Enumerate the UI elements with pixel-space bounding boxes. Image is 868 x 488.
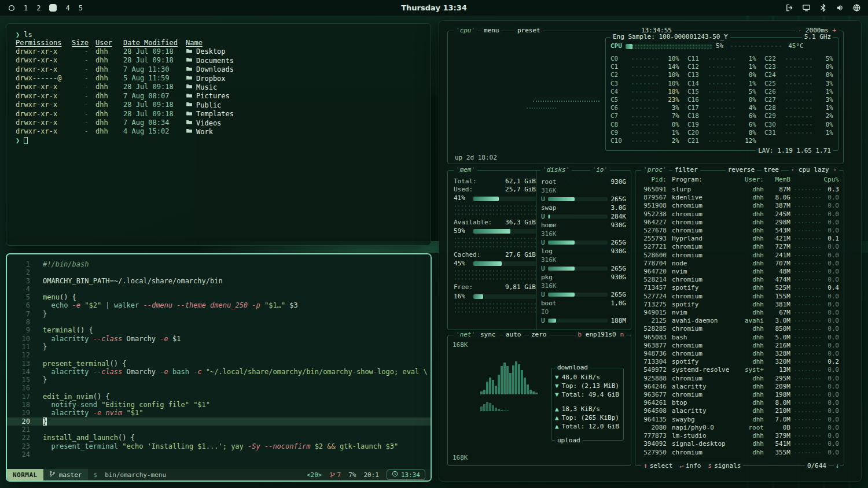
process-row[interactable]: 527950chromiumdhh355M0.0 — [635, 449, 844, 457]
process-row[interactable]: 2080napi/phy0-0root0B0.0 — [635, 424, 844, 432]
process-row[interactable]: 527724chromiumdhh155M0.0 — [635, 293, 844, 301]
editor-line[interactable]: 20} — [7, 417, 431, 426]
ls-name[interactable]: Dropbox — [186, 74, 422, 83]
process-row[interactable]: 965091slurpdhh87M0.3 — [635, 186, 844, 194]
net-auto-toggle[interactable]: auto — [503, 331, 524, 339]
ls-name[interactable]: Videos — [186, 119, 422, 127]
editor-line[interactable]: 8 — [7, 318, 431, 326]
editor-line[interactable]: 10 alacritty --class Omarchy -e $1 — [7, 335, 431, 343]
btop-preset-button[interactable]: preset — [515, 27, 543, 35]
editor-window[interactable]: 1#!/bin/bash23OMARCHY_BIN_PATH=~/.local/… — [6, 253, 432, 482]
ls-name[interactable]: Templates — [186, 110, 422, 119]
proc-reverse-toggle[interactable]: reverse — [726, 166, 757, 174]
editor-line[interactable]: 11} — [7, 343, 431, 351]
ls-name[interactable]: Public — [186, 101, 422, 109]
logout-icon[interactable] — [785, 3, 794, 12]
net-zero-toggle[interactable]: zero — [529, 331, 549, 339]
volume-icon[interactable] — [836, 3, 844, 12]
process-row[interactable]: 778704nodedhh707M0.0 — [635, 260, 844, 268]
process-row[interactable]: 925888chromiumdhh295M0.0 — [635, 375, 844, 383]
bluetooth-icon[interactable] — [819, 3, 827, 12]
editor-line[interactable]: 9terminal() { — [7, 326, 431, 334]
ls-name[interactable]: Work — [186, 127, 422, 136]
process-row[interactable]: 527678chromiumdhh543M0.0 — [635, 227, 844, 235]
editor-line[interactable]: 2 — [7, 268, 431, 276]
editor-line[interactable]: 13present_terminal() { — [7, 360, 431, 368]
ls-name[interactable]: Documents — [186, 56, 422, 65]
process-row[interactable]: 255793Hyprlanddhh421M0.1 — [635, 235, 844, 243]
process-row[interactable]: 394092signal-desktopdhh541M0.0 — [635, 440, 844, 448]
proc-filter-button[interactable]: filter — [672, 166, 700, 174]
workspace-indicator-2[interactable]: 2 — [36, 4, 41, 12]
editor-line[interactable]: 16 — [7, 384, 431, 392]
process-row[interactable]: 949015nvimdhh67M0.0 — [635, 309, 844, 317]
scroll-down-icon[interactable]: ↓ — [834, 462, 840, 470]
process-row[interactable]: 528214chromiumdhh474M0.0 — [635, 276, 844, 284]
ls-name[interactable]: Music — [186, 83, 422, 91]
editor-line[interactable]: 4 — [7, 285, 431, 293]
net-sync-toggle[interactable]: sync — [478, 331, 498, 339]
workspace-indicator-active[interactable] — [49, 4, 57, 12]
editor-line[interactable]: 6 echo -e "$2" | walker --dmenu --theme … — [7, 301, 431, 309]
io-box-title[interactable]: io — [590, 166, 610, 174]
process-row[interactable]: 713275spotifydhh381M0.0 — [635, 301, 844, 309]
editor-buffer[interactable]: 1#!/bin/bash23OMARCHY_BIN_PATH=~/.local/… — [7, 254, 431, 469]
process-row[interactable]: 964246alacrittydhh209M0.0 — [635, 383, 844, 391]
editor-line[interactable]: 23 present_terminal "echo 'Installing $1… — [7, 442, 431, 450]
workspace-indicator-1[interactable]: 1 — [24, 4, 28, 12]
proc-footer-signals[interactable]: ssignals — [708, 462, 741, 470]
process-row[interactable]: 964227chromiumdhh298M0.0 — [635, 219, 844, 227]
process-row[interactable]: 713457spotifydhh525M0.4 — [635, 284, 844, 292]
disk-name: home — [541, 221, 557, 230]
editor-line[interactable]: 5menu() { — [7, 293, 431, 301]
process-row[interactable]: 879567kdenlivedhh8.0G0.0 — [635, 194, 844, 202]
process-row[interactable]: 964261btopdhh8.0M0.0 — [635, 399, 844, 407]
editor-line[interactable]: 19 alacritty -e nvim "$1" — [7, 409, 431, 417]
globe-icon[interactable] — [852, 3, 861, 12]
editor-line[interactable]: 21 — [7, 426, 431, 434]
process-row[interactable]: 948736chromiumdhh328M0.0 — [635, 350, 844, 358]
process-row[interactable]: 964508alacrittydhh210M0.0 — [635, 407, 844, 415]
process-row[interactable]: 965083bashdhh5.0M0.0 — [635, 334, 844, 342]
process-row[interactable]: 527721chromiumdhh727M0.0 — [635, 243, 844, 251]
process-row[interactable]: 713304spotifydhh320M0.2 — [635, 358, 844, 366]
process-row[interactable]: 964135swaybgdhh7.0M0.0 — [635, 416, 844, 424]
core-id: C25 — [764, 80, 782, 88]
net-interface-switcher[interactable]: b enp191s0 n — [576, 331, 626, 339]
process-row[interactable]: 2125avahi-daemonavahi3.0M0.0 — [635, 317, 844, 325]
editor-line[interactable]: 22install_and_launch() { — [7, 434, 431, 442]
editor-line[interactable]: 24 — [7, 450, 431, 459]
process-row[interactable]: 777873lm-studiodhh379M0.0 — [635, 432, 844, 440]
process-row[interactable]: 963677chromiumdhh198M0.0 — [635, 391, 844, 399]
btop-menu-button[interactable]: menu — [481, 27, 502, 35]
process-row[interactable]: 952238chromiumdhh245M0.0 — [635, 210, 844, 219]
editor-line[interactable]: 7} — [7, 310, 431, 318]
ls-name[interactable]: Downloads — [186, 65, 422, 74]
proc-footer-info[interactable]: ↵info — [679, 462, 701, 470]
editor-line[interactable]: 1#!/bin/bash — [7, 260, 431, 268]
git-branch-segment[interactable]: master — [43, 469, 88, 480]
editor-line[interactable]: 12 — [7, 351, 431, 359]
process-row[interactable]: 951908chromiumdhh387M0.0 — [635, 202, 844, 210]
proc-sort-selector[interactable]: cpu lazy — [789, 166, 839, 174]
terminal-window-ls[interactable]: ❯ls PermissionsSizeUserDate ModifiedName… — [6, 23, 431, 246]
process-row[interactable]: 964720nvimdhh48M0.0 — [635, 268, 844, 276]
process-row[interactable]: 528285chromiumdhh850M0.0 — [635, 325, 844, 333]
editor-line[interactable]: 17edit_in_nvim() { — [7, 393, 431, 401]
process-row[interactable]: 528600chromiumdhh241M0.0 — [635, 252, 844, 260]
ls-name[interactable]: Desktop — [186, 47, 422, 56]
workspace-indicator-4[interactable]: 4 — [65, 4, 69, 12]
editor-line[interactable]: 18 notify-send "Editing config file" "$1… — [7, 401, 431, 409]
displays-icon[interactable] — [802, 3, 811, 12]
editor-line[interactable]: 14 alacritty --class Omarchy -e bash -c … — [7, 368, 431, 376]
btop-window[interactable]: cpu menu preset 13:34:55 - 2000ms + Eng … — [439, 20, 862, 482]
editor-line[interactable]: 3OMARCHY_BIN_PATH=~/.local/share/omarchy… — [7, 277, 431, 285]
proc-footer-select[interactable]: ↕select — [643, 462, 672, 470]
ls-name[interactable]: Pictures — [186, 92, 422, 101]
editor-line[interactable]: 15} — [7, 376, 431, 384]
proc-tree-toggle[interactable]: tree — [762, 166, 782, 174]
process-row[interactable]: 963877chromiumdhh216M0.0 — [635, 342, 844, 350]
workspace-indicator-special[interactable] — [8, 5, 15, 12]
workspace-indicator-5[interactable]: 5 — [79, 4, 83, 12]
process-row[interactable]: 549972systemd-resolvesyst+13M0.0 — [635, 366, 844, 374]
